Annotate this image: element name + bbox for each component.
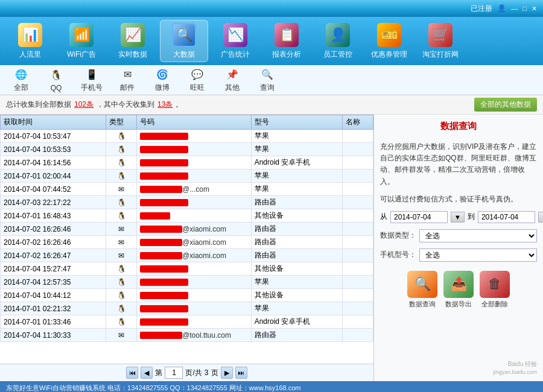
traffic-icon: 📊	[18, 23, 42, 47]
table-row[interactable]: 2014-07-01 02:21:32🐧苹果	[1, 302, 373, 315]
table-row[interactable]: 2014-07-01 16:48:43🐧其他设备	[1, 209, 373, 223]
nav-report-label: 报表分析	[272, 49, 301, 60]
cell-number	[137, 302, 252, 315]
table-row[interactable]: 2014-07-01 02:00:44🐧苹果	[1, 169, 373, 183]
table-row[interactable]: 2014-07-04 10:53:53🐧苹果	[1, 143, 373, 156]
subnav-weibo[interactable]: 🌀 微博	[147, 65, 177, 95]
watermark: Baidu 经验 jingyan.baidu.com	[380, 360, 537, 375]
subnav-wangwang[interactable]: 💬 旺旺	[182, 65, 212, 95]
nav-bigdata[interactable]: 🔍 大数据	[160, 20, 208, 62]
cell-type: ✉	[106, 329, 137, 342]
page-number-input[interactable]	[165, 367, 183, 379]
table-row[interactable]: 2014-07-04 16:14:56🐧Android 安卓手机	[1, 156, 373, 169]
status-text3: 。	[176, 100, 183, 110]
footer-text: 东莞好生意WiFi自动营销赚钱系统 电话：13424827555 QQ：1342…	[6, 384, 300, 393]
subnav-email[interactable]: ✉ 邮件	[112, 65, 142, 95]
cell-number	[137, 196, 252, 209]
subnav-qq[interactable]: 🐧 QQ	[41, 66, 71, 95]
date-from-input[interactable]	[390, 211, 448, 223]
col-time: 获取时间	[1, 115, 106, 130]
nav-adstat[interactable]: 📉 广告统计	[211, 20, 259, 62]
cell-time: 2014-07-04 15:27:47	[1, 262, 106, 276]
table-row[interactable]: 2014-07-04 10:53:47🐧苹果	[1, 130, 373, 143]
nav-wifi-label: WiFi广告	[67, 49, 96, 60]
nav-employee[interactable]: 👤 员工管控	[314, 20, 362, 62]
maximize-button[interactable]: □	[522, 5, 527, 12]
bigdata-icon: 🔍	[172, 23, 196, 47]
nav-employee-label: 员工管控	[323, 49, 352, 60]
nav-report[interactable]: 📋 报表分析	[262, 20, 311, 62]
cell-time: 2014-07-04 10:53:47	[1, 130, 106, 143]
nav-realtime[interactable]: 📈 实时数据	[109, 20, 157, 62]
cell-name	[342, 302, 373, 315]
cell-name	[342, 156, 373, 169]
date-to-input[interactable]	[478, 211, 535, 223]
nav-wifi[interactable]: 📶 WiFi广告	[57, 20, 106, 62]
cell-type: 🐧	[106, 315, 137, 329]
nav-taobao-label: 淘宝打折网	[422, 49, 459, 60]
subnav-all[interactable]: 🌐 全部	[6, 65, 36, 95]
first-page-button[interactable]: ⏮	[126, 367, 138, 379]
cell-model: 路由器	[251, 223, 342, 236]
page-separator: 页/共	[185, 368, 202, 378]
date-range-row: 从 ▼ 到 ▼	[380, 211, 537, 223]
cell-model: 苹果	[251, 130, 342, 143]
subnav-qq-label: QQ	[51, 84, 62, 92]
cell-time: 2014-07-04 07:44:52	[1, 183, 106, 196]
table-row[interactable]: 2014-07-04 11:30:33✉@tool.ttuu.com路由器	[1, 329, 373, 342]
cell-type: ✉	[106, 223, 137, 236]
search-action-icon: 🔍	[407, 271, 437, 298]
table-row[interactable]: 2014-07-04 12:57:35🐧苹果	[1, 276, 373, 289]
cell-name	[342, 276, 373, 289]
subnav-phone-label: 手机号	[81, 83, 103, 93]
table-row[interactable]: 2014-07-02 16:26:46✉@xiaomi.com路由器	[1, 236, 373, 249]
table-row[interactable]: 2014-07-03 22:17:22🐧路由器	[1, 196, 373, 209]
datatype-select[interactable]: 全选 QQ 手机号 邮件	[419, 229, 537, 242]
next-page-button[interactable]: ▶	[221, 367, 233, 379]
today-count[interactable]: 13条	[157, 100, 173, 110]
cell-name	[342, 183, 373, 196]
delete-action-button[interactable]: 🗑 全部删除	[480, 271, 510, 309]
cell-number: @xiaomi.com	[137, 236, 252, 249]
taobao-icon: 🛒	[428, 23, 453, 47]
cell-type: ✉	[106, 249, 137, 262]
cell-name	[342, 289, 373, 302]
all-data-button[interactable]: 全部的其他数据	[474, 98, 537, 112]
export-action-label: 数据导出	[445, 300, 472, 309]
top-bar: 已注册 👤 — □ ✕	[0, 0, 543, 17]
phone-model-select[interactable]: 全选 苹果 Android 安卓手机 其他设备 路由器	[419, 248, 537, 262]
col-model: 型号	[251, 115, 342, 130]
search-action-button[interactable]: 🔍 数据查询	[407, 271, 437, 309]
table-row[interactable]: 2014-07-01 01:33:46🐧Android 安卓手机	[1, 315, 373, 329]
col-number: 号码	[137, 115, 252, 130]
cell-number	[137, 156, 252, 169]
date-to-dropdown[interactable]: ▼	[538, 212, 543, 223]
export-action-button[interactable]: 📤 数据导出	[443, 271, 474, 309]
nav-traffic[interactable]: 📊 人流里	[6, 20, 54, 62]
nav-taobao[interactable]: 🛒 淘宝打折网	[416, 20, 465, 62]
table-row[interactable]: 2014-07-04 10:44:12🐧其他设备	[1, 289, 373, 302]
subnav-weibo-label: 微博	[155, 83, 170, 93]
table-row[interactable]: 2014-07-02 16:26:46✉@xiaomi.com路由器	[1, 223, 373, 236]
cell-name	[342, 209, 373, 223]
nav-coupon[interactable]: 🎫 优惠券管理	[365, 20, 413, 62]
date-to-label: 到	[468, 212, 475, 222]
prev-page-button[interactable]: ◀	[141, 367, 153, 379]
cell-time: 2014-07-01 01:33:46	[1, 315, 106, 329]
table-row[interactable]: 2014-07-02 16:26:47✉@xiaomi.com路由器	[1, 249, 373, 262]
subnav-other[interactable]: 📌 其他	[217, 65, 247, 95]
minimize-button[interactable]: —	[511, 5, 518, 12]
table-row[interactable]: 2014-07-04 07:44:52✉@...com苹果	[1, 183, 373, 196]
total-count[interactable]: 102条	[74, 100, 94, 110]
table-row[interactable]: 2014-07-04 15:27:47🐧其他设备	[1, 262, 373, 276]
date-from-dropdown[interactable]: ▼	[451, 212, 465, 223]
cell-type: ✉	[106, 183, 137, 196]
date-from-label: 从	[380, 212, 387, 222]
subnav-phone[interactable]: 📱 手机号	[76, 65, 107, 95]
table-scroll[interactable]: 获取时间 类型 号码 型号 名称 2014-07-04 10:53:47🐧苹果2…	[0, 115, 373, 364]
close-button[interactable]: ✕	[532, 5, 537, 13]
last-page-button[interactable]: ⏭	[235, 367, 247, 379]
datatype-label: 数据类型：	[380, 230, 416, 241]
cell-type: 🐧	[106, 156, 137, 169]
subnav-query[interactable]: 🔍 查询	[252, 65, 282, 95]
